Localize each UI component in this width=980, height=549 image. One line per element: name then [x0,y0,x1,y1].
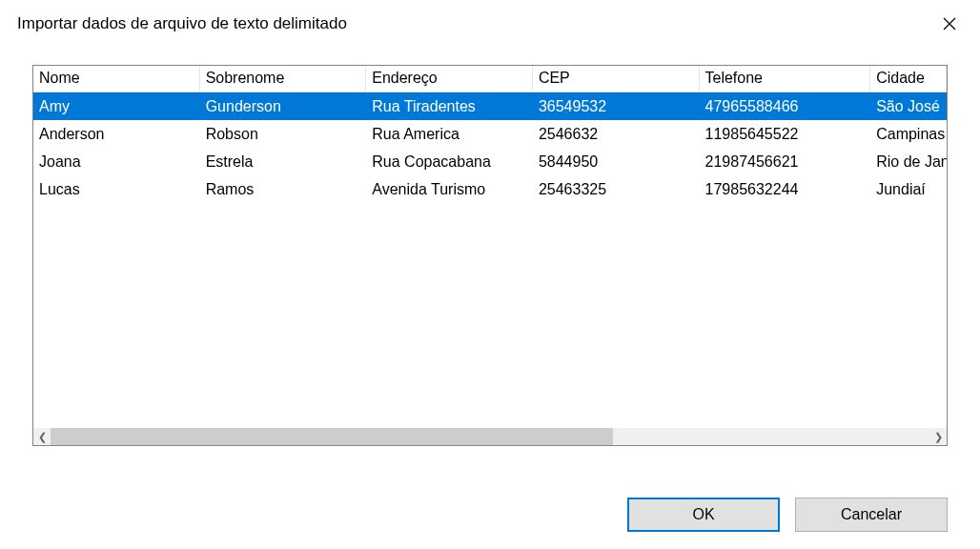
cancel-button[interactable]: Cancelar [795,498,948,532]
table-cell: Ramos [200,178,367,201]
table-cell: 5844950 [533,151,700,173]
table-cell: Rio de Jan [870,151,947,173]
rows-container: AmyGundersonRua Tiradentes36549532479655… [33,92,947,428]
table-cell: Jundiaí [870,178,947,201]
column-header-sobrenome[interactable]: Sobrenome [200,66,367,92]
scrollbar-thumb[interactable] [51,428,613,445]
column-header-cidade[interactable]: Cidade [870,66,947,92]
horizontal-scrollbar[interactable]: ❮ ❯ [33,428,947,445]
table-cell: 17985632244 [700,178,871,201]
scrollbar-track[interactable] [51,428,929,445]
close-icon [943,17,956,30]
table-cell: Rua Tiradentes [366,95,533,118]
dialog-title: Importar dados de arquivo de texto delim… [17,14,347,33]
table-cell: 36549532 [533,95,700,118]
table-row[interactable]: LucasRamosAvenida Turismo254633251798563… [33,175,947,203]
table-cell: São José [870,95,947,118]
table-cell: Anderson [33,123,200,146]
ok-button[interactable]: OK [627,498,780,532]
data-listview[interactable]: Nome Sobrenome Endereço CEP Telefone Cid… [32,65,948,446]
table-cell: Robson [200,123,367,146]
close-button[interactable] [936,10,963,37]
table-cell: 2546632 [533,123,700,146]
column-header-telefone[interactable]: Telefone [700,66,871,92]
column-headers: Nome Sobrenome Endereço CEP Telefone Cid… [33,66,947,92]
table-cell: 25463325 [533,178,700,201]
table-cell: Amy [33,95,200,118]
table-cell: Campinas [870,123,947,146]
table-cell: Avenida Turismo [366,178,533,201]
column-header-cep[interactable]: CEP [533,66,700,92]
table-cell: Gunderson [200,95,367,118]
table-row[interactable]: AmyGundersonRua Tiradentes36549532479655… [33,92,947,120]
scroll-left-arrow-icon[interactable]: ❮ [33,428,51,445]
titlebar: Importar dados de arquivo de texto delim… [0,0,980,42]
table-cell: 47965588466 [700,95,871,118]
table-cell: Lucas [33,178,200,201]
table-cell: Rua Copacabana [366,151,533,173]
dialog-buttons: OK Cancelar [627,498,948,532]
dialog-content: Nome Sobrenome Endereço CEP Telefone Cid… [0,42,980,446]
column-header-endereco[interactable]: Endereço [366,66,533,92]
column-header-nome[interactable]: Nome [33,66,200,92]
table-cell: 21987456621 [700,151,871,173]
table-row[interactable]: JoanaEstrelaRua Copacabana58449502198745… [33,148,947,175]
table-cell: 11985645522 [700,123,871,146]
table-cell: Estrela [200,151,367,173]
table-row[interactable]: AndersonRobsonRua America254663211985645… [33,120,947,148]
scroll-right-arrow-icon[interactable]: ❯ [929,428,947,445]
table-cell: Joana [33,151,200,173]
table-cell: Rua America [366,123,533,146]
